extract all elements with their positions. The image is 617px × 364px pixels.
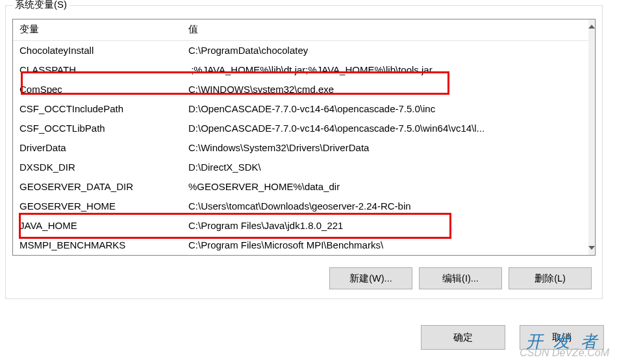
cell-val: C:\Windows\System32\Drivers\DriverData [182,138,588,158]
cell-val: C:\Program Files\Java\jdk1.8.0_221 [182,216,588,236]
table-row[interactable]: ComSpecC:\WINDOWS\system32\cmd.exe [13,80,588,99]
cell-val: D:\OpenCASCADE-7.7.0-vc14-64\opencascade… [182,99,588,119]
col-header-variable[interactable]: 变量 [13,19,182,41]
cell-var: ChocolateyInstall [13,41,182,61]
cell-var: CSF_OCCTLibPath [13,119,182,138]
edit-button[interactable]: 编辑(I)... [419,267,502,289]
table-row[interactable]: CSF_OCCTIncludePathD:\OpenCASCADE-7.7.0-… [13,99,588,119]
table-row[interactable]: ChocolateyInstallC:\ProgramData\chocolat… [13,41,588,61]
ok-button[interactable]: 确定 [421,325,505,350]
vertical-scrollbar[interactable] [588,19,595,255]
cell-var: GEOSERVER_DATA_DIR [13,177,182,197]
table-row[interactable]: GEOSERVER_HOMEC:\Users\tomcat\Downloads\… [13,197,588,216]
table-row[interactable]: DXSDK_DIRD:\DirectX_SDK\ [13,158,588,177]
cell-val: D:\DirectX_SDK\ [182,158,588,177]
env-table-container: 变量 值 ChocolateyInstallC:\ProgramData\cho… [12,19,596,256]
group-label: 系统变量(S) [12,0,69,11]
table-header-row: 变量 值 [13,19,588,41]
cell-var: ComSpec [13,80,182,99]
cell-val: %GEOSERVER_HOME%\data_dir [182,177,588,197]
cell-val: C:\WINDOWS\system32\cmd.exe [182,80,588,99]
cell-var: DriverData [13,138,182,158]
table-row[interactable]: DriverDataC:\Windows\System32\Drivers\Dr… [13,138,588,158]
cell-val: C:\Users\tomcat\Downloads\geoserver-2.24… [182,197,588,216]
new-button[interactable]: 新建(W)... [329,267,412,289]
cell-var: CLASSPATH [13,60,182,80]
cell-var: JAVA_HOME [13,216,182,236]
table-row[interactable]: CSF_OCCTLibPathD:\OpenCASCADE-7.7.0-vc14… [13,119,588,138]
col-header-value[interactable]: 值 [182,19,588,41]
cell-var: CSF_OCCTIncludePath [13,99,182,119]
table-row[interactable]: CLASSPATH.;%JAVA_HOME%\lib\dt.jar;%JAVA_… [13,60,588,80]
table-row[interactable]: MSMPI_BENCHMARKSC:\Program Files\Microso… [13,236,588,255]
delete-button[interactable]: 删除(L) [509,267,592,289]
env-table[interactable]: 变量 值 ChocolateyInstallC:\ProgramData\cho… [13,19,588,255]
cell-var: GEOSERVER_HOME [13,197,182,216]
cell-val: C:\ProgramData\chocolatey [182,41,588,61]
group-button-row: 新建(W)... 编辑(I)... 删除(L) [12,267,596,289]
cell-var: MSMPI_BENCHMARKS [13,236,182,255]
cell-var: DXSDK_DIR [13,158,182,177]
dialog-button-row: 确定 取消 [421,325,604,350]
table-row[interactable]: JAVA_HOMEC:\Program Files\Java\jdk1.8.0_… [13,216,588,236]
cell-val: .;%JAVA_HOME%\lib\dt.jar;%JAVA_HOME%\lib… [182,60,588,80]
system-variables-group: 系统变量(S) 变量 值 ChocolateyInstallC:\Program… [5,5,603,299]
cell-val: C:\Program Files\Microsoft MPI\Benchmark… [182,236,588,255]
cancel-button[interactable]: 取消 [520,325,604,350]
table-row[interactable]: GEOSERVER_DATA_DIR%GEOSERVER_HOME%\data_… [13,177,588,197]
scroll-up-icon[interactable] [588,19,595,34]
scroll-down-icon[interactable] [588,241,595,255]
cell-val: D:\OpenCASCADE-7.7.0-vc14-64\opencascade… [182,119,588,138]
